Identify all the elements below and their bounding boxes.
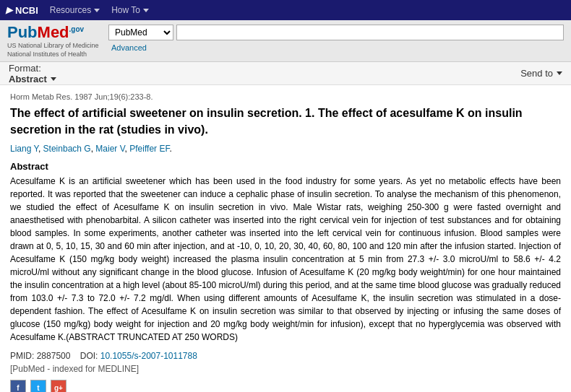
pmid-line: PMID: 2887500 DOI: 10.1055/s-2007-101178… — [10, 351, 561, 361]
send-to-label: Send to — [520, 68, 553, 79]
journal-name: Horm Metab Res. — [10, 92, 72, 101]
resources-chevron-icon — [94, 9, 100, 12]
pmid-value: 2887500 — [37, 351, 71, 361]
database-select[interactable]: PubMed Nucleotide Protein Gene Structure — [108, 25, 173, 40]
facebook-icon[interactable]: f — [10, 380, 26, 392]
format-label: Format: — [9, 63, 41, 74]
search-controls: PubMed Nucleotide Protein Gene Structure… — [108, 25, 564, 53]
search-input[interactable] — [176, 25, 564, 40]
pubmed-logo-area: PubMed.gov US National Library of Medici… — [7, 25, 101, 58]
twitter-icon[interactable]: t — [30, 380, 46, 392]
pmid-label: PMID: — [10, 351, 34, 361]
journal-year: 1987 Jun;19(6):233-8. — [74, 92, 153, 101]
resources-label: Resources — [50, 5, 91, 15]
howto-label: How To — [111, 5, 140, 15]
author-2[interactable]: Steinbach G — [43, 144, 91, 154]
article-content: Horm Metab Res. 1987 Jun;19(6):233-8. Th… — [0, 85, 571, 392]
nih-text: US National Library of MedicineNational … — [7, 42, 101, 58]
article-title: The effect of artificial sweetener on in… — [10, 105, 561, 138]
journal-reference: Horm Metab Res. 1987 Jun;19(6):233-8. — [10, 92, 561, 101]
search-row: PubMed Nucleotide Protein Gene Structure — [108, 25, 564, 40]
googleplus-icon[interactable]: g+ — [51, 380, 66, 392]
indexed-label: [PubMed - indexed for MEDLINE] — [10, 364, 561, 374]
authors-list: Liang Y, Steinbach G, Maier V, Pfeiffer … — [10, 144, 561, 154]
ncbi-logo-icon: ▶ — [6, 5, 12, 15]
ncbi-label: NCBI — [15, 5, 38, 16]
social-icons-row: f t g+ — [10, 380, 561, 392]
format-dropdown-button[interactable]: Abstract — [9, 74, 56, 84]
abstract-text: Acesulfame K is an artificial sweetener … — [10, 175, 561, 344]
resources-menu[interactable]: Resources — [50, 5, 100, 15]
send-to-button[interactable]: Send to — [520, 68, 562, 79]
format-value: Abstract — [9, 74, 47, 84]
format-chevron-icon — [51, 77, 56, 81]
ncbi-logo: ▶ NCBI — [6, 5, 38, 16]
howto-menu[interactable]: How To — [111, 5, 149, 15]
doi-link[interactable]: 10.1055/s-2007-1011788 — [100, 351, 197, 361]
pubmed-logo: PubMed.gov — [7, 25, 101, 40]
top-navigation-bar: ▶ NCBI Resources How To — [0, 0, 571, 20]
search-header: PubMed.gov US National Library of Medici… — [0, 20, 571, 62]
action-bar: Format: Abstract Send to — [0, 62, 571, 85]
doi-label: DOI: — [80, 351, 98, 361]
abstract-section-title: Abstract — [10, 161, 561, 172]
author-3[interactable]: Maier V — [95, 144, 124, 154]
send-to-chevron-icon — [557, 71, 562, 75]
advanced-link[interactable]: Advanced — [111, 43, 147, 52]
format-selector: Format: Abstract — [9, 63, 56, 84]
howto-chevron-icon — [143, 9, 149, 12]
author-4[interactable]: Pfeiffer EF — [129, 144, 169, 154]
author-1[interactable]: Liang Y — [10, 144, 38, 154]
